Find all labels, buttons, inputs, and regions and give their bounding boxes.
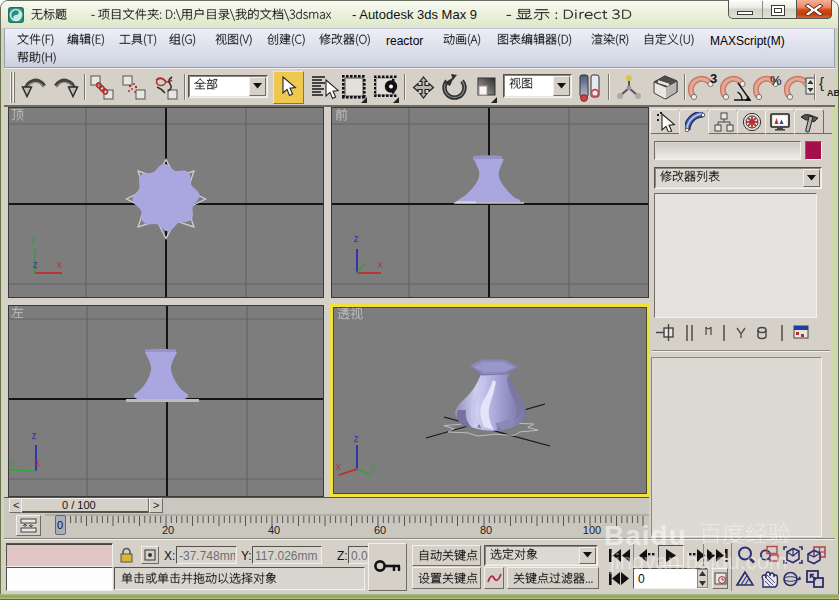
svg-text:3: 3 bbox=[710, 73, 717, 86]
svg-text:%: % bbox=[770, 73, 782, 88]
